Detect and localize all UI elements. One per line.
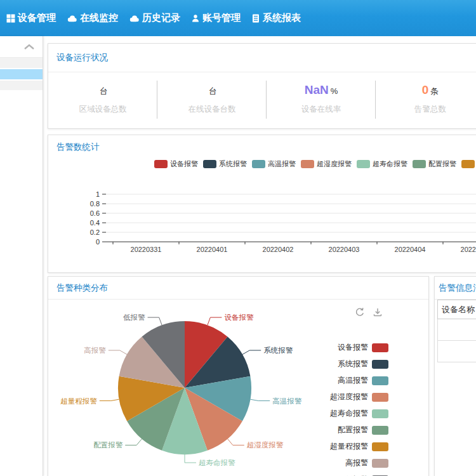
stat-alarm-total: 0条 告警总数 bbox=[376, 72, 476, 129]
legend-color-chip bbox=[372, 343, 388, 352]
legend-item[interactable]: 设备报警 bbox=[154, 159, 198, 169]
chevron-up-icon[interactable] bbox=[23, 44, 35, 50]
legend-item[interactable]: 超寿命报警 bbox=[357, 159, 407, 169]
stat-value: 台 bbox=[157, 83, 267, 98]
pie-label-line bbox=[250, 399, 270, 400]
y-axis-tick-label: 1 bbox=[96, 190, 100, 198]
pie-legend-item[interactable]: 配置报警 bbox=[338, 425, 388, 435]
stat-label: 在线设备台数 bbox=[157, 104, 267, 115]
legend-item[interactable]: 超量程报警 bbox=[461, 159, 476, 169]
sidebar-tree-row[interactable] bbox=[0, 81, 43, 90]
pie-label-line bbox=[208, 317, 222, 325]
legend-color-chip bbox=[301, 160, 314, 168]
table-cell bbox=[438, 319, 476, 341]
pie-legend-item[interactable]: 高报警 bbox=[345, 458, 388, 468]
pie-legend-item[interactable]: 超寿命报警 bbox=[330, 408, 388, 419]
pie-legend-item[interactable]: 超量程报警 bbox=[330, 441, 388, 452]
nav-item-system-reports[interactable]: 系统报表 bbox=[251, 12, 301, 24]
pie-label-line bbox=[100, 399, 119, 400]
user-icon bbox=[191, 14, 200, 23]
pie-legend-item[interactable]: 系统报警 bbox=[338, 359, 388, 369]
stat-label: 设备在线率 bbox=[267, 104, 376, 115]
device-status-stats: 台 区域设备总数 台 在线设备台数 NaN% 设备在线率 0条 告警总数 bbox=[48, 72, 476, 129]
legend-item[interactable]: 超湿度报警 bbox=[301, 159, 352, 169]
pie-slice-label: 超量程报警 bbox=[60, 397, 97, 405]
legend-item[interactable]: 高温报警 bbox=[252, 159, 296, 169]
pie-label-line bbox=[148, 317, 162, 325]
stat-unit: 台 bbox=[209, 86, 217, 96]
x-axis-tick-label: 20220402 bbox=[263, 246, 294, 253]
sidebar-collapse-bar bbox=[0, 36, 43, 58]
legend-label: 系统报警 bbox=[219, 159, 247, 169]
alarm-info-panel: 告警信息汇总 设备名称 bbox=[434, 276, 476, 476]
stat-unit: 条 bbox=[430, 86, 439, 96]
nav-item-device-management[interactable]: 设备管理 bbox=[6, 12, 56, 24]
pie-legend-item[interactable]: 高温报警 bbox=[338, 375, 388, 386]
legend-color-chip bbox=[413, 160, 426, 168]
stat-label: 告警总数 bbox=[376, 104, 476, 115]
pie-slice-label: 高温报警 bbox=[272, 397, 302, 405]
nav-item-online-monitoring[interactable]: 在线监控 bbox=[67, 12, 118, 24]
pie-slice-label: 配置报警 bbox=[93, 441, 123, 449]
nav-item-label: 设备管理 bbox=[18, 12, 56, 24]
y-axis-tick-label: 0.2 bbox=[90, 228, 100, 236]
alarm-count-panel: 告警数统计 设备报警系统报警高温报警超湿度报警超寿命报警配置报警超量程报警 00… bbox=[48, 135, 476, 273]
table-row bbox=[438, 341, 476, 362]
alarm-count-line-chart: 00.20.40.60.8120220331202204012022040220… bbox=[48, 183, 476, 268]
stat-unit: 台 bbox=[100, 86, 108, 96]
nav-item-account-management[interactable]: 账号管理 bbox=[191, 12, 241, 24]
legend-label: 设备报警 bbox=[338, 342, 368, 353]
table-row bbox=[438, 319, 476, 341]
legend-item[interactable]: 配置报警 bbox=[413, 159, 456, 169]
legend-label: 高报警 bbox=[345, 458, 368, 468]
nav-item-label: 在线监控 bbox=[80, 12, 118, 24]
stat-unit: % bbox=[331, 86, 338, 96]
pie-chart-legend: 设备报警系统报警高温报警超湿度报警超寿命报警配置报警超量程报警高报警低报警 bbox=[330, 342, 388, 476]
stat-value: 0条 bbox=[376, 83, 476, 98]
x-axis-tick-label: 20220404 bbox=[395, 246, 426, 253]
stat-region-device-total: 台 区域设备总数 bbox=[48, 72, 157, 129]
legend-label: 系统报警 bbox=[338, 359, 368, 369]
legend-label: 配置报警 bbox=[428, 159, 456, 169]
alarm-distribution-panel: 告警种类分布 设备报警系统报警高温报警超湿度报警超寿命报警配置报警超量程报警高报… bbox=[48, 276, 429, 476]
legend-color-chip bbox=[372, 426, 388, 435]
legend-color-chip bbox=[357, 160, 370, 168]
pie-legend-item[interactable]: 设备报警 bbox=[338, 342, 388, 353]
x-axis-tick-label: 20220403 bbox=[329, 246, 360, 253]
stat-number: 0 bbox=[422, 83, 429, 96]
x-axis-tick-label: 20220401 bbox=[197, 246, 228, 253]
pie-label-line bbox=[125, 439, 142, 445]
legend-color-chip bbox=[372, 409, 388, 418]
legend-label: 超寿命报警 bbox=[373, 159, 407, 169]
panel-title: 告警信息汇总 bbox=[435, 277, 476, 300]
stat-value: 台 bbox=[48, 83, 157, 98]
top-navbar: 设备管理 在线监控 历史记录 账号管理 系统报表 bbox=[0, 0, 476, 36]
sidebar-tree-row-selected[interactable] bbox=[0, 69, 43, 79]
legend-item[interactable]: 系统报警 bbox=[203, 159, 247, 169]
legend-label: 超湿度报警 bbox=[317, 159, 352, 169]
pie-slice-label: 超湿度报警 bbox=[247, 441, 284, 449]
legend-label: 高温报警 bbox=[268, 159, 296, 169]
nav-item-label: 账号管理 bbox=[202, 12, 241, 24]
alarm-info-table: 设备名称 bbox=[437, 300, 476, 362]
stat-value: NaN% bbox=[267, 83, 376, 98]
nav-item-history[interactable]: 历史记录 bbox=[129, 12, 180, 24]
legend-color-chip bbox=[252, 160, 265, 168]
y-axis-tick-label: 0.4 bbox=[90, 219, 100, 227]
y-axis-tick-label: 0.8 bbox=[90, 200, 100, 208]
legend-label: 配置报警 bbox=[338, 425, 368, 435]
legend-color-chip bbox=[372, 442, 388, 451]
pie-slice-label: 低报警 bbox=[123, 314, 145, 321]
pie-slice-label: 设备报警 bbox=[224, 314, 254, 321]
grid-icon bbox=[6, 14, 15, 23]
pie-slice-label: 高报警 bbox=[84, 347, 106, 354]
stat-online-rate: NaN% 设备在线率 bbox=[267, 72, 376, 129]
table-cell bbox=[438, 341, 476, 362]
cloud-icon bbox=[67, 15, 77, 22]
y-axis-tick-label: 0.6 bbox=[90, 209, 100, 217]
pie-slice-label: 超寿命报警 bbox=[199, 459, 235, 466]
pie-legend-item[interactable]: 超湿度报警 bbox=[330, 392, 388, 402]
sidebar-tree-row[interactable] bbox=[0, 58, 43, 68]
x-axis-tick-label: 20220331 bbox=[131, 246, 162, 253]
panel-title: 设备运行状况 bbox=[48, 44, 476, 72]
